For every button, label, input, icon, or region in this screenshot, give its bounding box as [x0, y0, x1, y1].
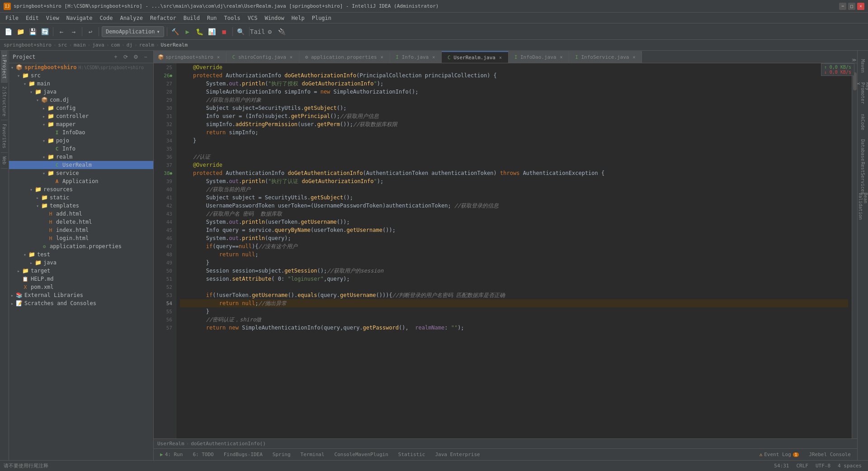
debug-button[interactable]: 🐛: [194, 26, 205, 37]
build-button[interactable]: 🔨: [170, 26, 181, 37]
menu-navigate[interactable]: Navigate: [63, 13, 96, 24]
breadcrumb-springboot[interactable]: springboot+shiro: [4, 42, 52, 48]
tree-item-static[interactable]: ▸ 📁 static: [9, 193, 153, 202]
tree-item-mapper[interactable]: ▾ 📁 mapper: [9, 120, 153, 128]
sidebar-settings-button[interactable]: ⚙: [132, 53, 140, 61]
tree-item-addhtml[interactable]: H add.html: [9, 210, 153, 218]
menu-build[interactable]: Build: [180, 13, 203, 24]
tree-item-target[interactable]: ▸ 📁 target: [9, 267, 153, 275]
sidebar-collapse-button[interactable]: −: [142, 53, 150, 61]
close-button[interactable]: ×: [857, 3, 864, 10]
tree-item-pojo[interactable]: ▾ 📁 pojo: [9, 137, 153, 145]
breadcrumb-realm[interactable]: realm: [139, 42, 154, 48]
breadcrumb-dj[interactable]: dj: [127, 42, 132, 48]
tab-infojava[interactable]: I Info.java ×: [390, 51, 442, 63]
plugins-button[interactable]: 🔌: [277, 26, 288, 37]
new-button[interactable]: 📄: [3, 26, 14, 37]
tree-item-loginhtml[interactable]: H login.html: [9, 234, 153, 242]
tree-item-appprops[interactable]: ⚙ application.properties: [9, 242, 153, 250]
tab-close-springboot[interactable]: ×: [215, 54, 222, 61]
breadcrumb-com[interactable]: com: [111, 42, 120, 48]
menu-refactor[interactable]: Refactor: [146, 13, 180, 24]
forward-button[interactable]: →: [68, 26, 79, 37]
run-config-dropdown[interactable]: DemoApplication ▾: [102, 26, 164, 37]
menu-vcs[interactable]: VCS: [244, 13, 261, 24]
panel-tab-project[interactable]: 1:Project: [1, 51, 8, 83]
tree-item-pomxml[interactable]: X pom.xml: [9, 283, 153, 291]
bottom-tab-findbugs[interactable]: FindBugs-IDEA: [219, 450, 267, 460]
bottom-tab-jrebel[interactable]: JRebel Console: [804, 450, 855, 460]
vertical-scrollbar[interactable]: [852, 63, 857, 438]
back-button[interactable]: ←: [56, 26, 67, 37]
code-content[interactable]: @Override protected AuthorizationInfo do…: [176, 63, 852, 438]
bottom-tab-statistic[interactable]: Statistic: [394, 450, 430, 460]
tab-close-userrealm[interactable]: ×: [497, 54, 504, 61]
breadcrumb-src[interactable]: src: [58, 42, 67, 48]
tree-item-root[interactable]: ▾ 📦 springboot+shiro H:\CSDN\springboot+…: [9, 63, 153, 71]
tab-userrealm[interactable]: C UserRealm.java ×: [442, 51, 509, 63]
bottom-tab-terminal[interactable]: Terminal: [296, 450, 329, 460]
menu-plugin[interactable]: Plugin: [308, 13, 335, 24]
menu-window[interactable]: Window: [261, 13, 288, 24]
tab-shiroconfig[interactable]: C shiroConfig.java ×: [226, 51, 299, 63]
menu-analyze[interactable]: Analyze: [116, 13, 146, 24]
right-tab-maven[interactable]: Maven: [859, 52, 868, 80]
bottom-tab-eventlog[interactable]: ⚠ Event Log 1: [755, 450, 804, 460]
tab-infoservice[interactable]: I InfoService.java ×: [569, 51, 642, 63]
tree-item-test-java[interactable]: ▸ 📁 java: [9, 259, 153, 267]
tree-item-java[interactable]: ▾ 📁 java: [9, 88, 153, 96]
breadcrumb-class[interactable]: UserRealm: [157, 441, 184, 447]
tab-springboot[interactable]: 📦 springboot+shiro ×: [154, 51, 226, 63]
tab-close-info[interactable]: ×: [430, 54, 437, 61]
tree-item-service[interactable]: ▾ 📁 service: [9, 169, 153, 177]
tree-item-src[interactable]: ▾ 📁 src: [9, 71, 153, 80]
status-crlf[interactable]: CRLF: [793, 461, 811, 471]
tree-item-controller[interactable]: ▸ 📁 controller: [9, 112, 153, 120]
search-everywhere-button[interactable]: 🔍: [236, 26, 246, 37]
open-button[interactable]: 📁: [15, 26, 26, 37]
tree-item-userrealm[interactable]: C UserRealm: [9, 161, 153, 169]
sidebar-sync-button[interactable]: ⟳: [122, 53, 130, 61]
panel-tab-favorites[interactable]: Favorites: [1, 120, 8, 152]
minimize-button[interactable]: −: [839, 3, 846, 10]
tab-close-infoservice[interactable]: ×: [631, 54, 637, 61]
menu-tools[interactable]: Tools: [221, 13, 244, 24]
sync-button[interactable]: 🔄: [39, 26, 50, 37]
run-with-coverage-button[interactable]: 📊: [207, 26, 217, 37]
tree-item-infodao[interactable]: I InfoDao: [9, 128, 153, 137]
menu-file[interactable]: File: [2, 13, 22, 24]
tree-item-main[interactable]: ▾ 📁 main: [9, 80, 153, 88]
bottom-tab-run[interactable]: ▶ 4: Run: [156, 450, 187, 460]
tab-appprops[interactable]: ⚙ application.properties ×: [299, 51, 390, 63]
right-tab-database[interactable]: Database: [859, 137, 868, 164]
tree-item-indexhtml[interactable]: H index.html: [9, 226, 153, 234]
tree-item-application[interactable]: A Application: [9, 177, 153, 185]
tab-infodao[interactable]: I InfoDao.java ×: [509, 51, 569, 63]
bottom-tab-consolemaven[interactable]: ConsoleMavenPlugin: [330, 450, 393, 460]
tree-item-deletehtml[interactable]: H delete.html: [9, 218, 153, 226]
right-tab-keypromoter[interactable]: Key Promoter X: [859, 80, 868, 108]
tree-item-scratches[interactable]: ▸ 📝 Scratches and Consoles: [9, 299, 153, 307]
sidebar-add-button[interactable]: +: [112, 53, 120, 61]
bottom-tab-todo[interactable]: 6: TODO: [188, 450, 218, 460]
menu-help[interactable]: Help: [288, 13, 308, 24]
save-button[interactable]: 💾: [27, 26, 38, 37]
panel-tab-web[interactable]: Web: [1, 153, 8, 169]
right-tab-restservices[interactable]: RestServices: [859, 165, 868, 192]
tree-item-resources[interactable]: ▾ 📁 resources: [9, 185, 153, 193]
maximize-button[interactable]: □: [848, 3, 855, 10]
right-tab-beanvalidation[interactable]: Bean Validation: [859, 193, 868, 220]
menu-edit[interactable]: Edit: [22, 13, 42, 24]
breadcrumb-main[interactable]: main: [74, 42, 86, 48]
tab-close-appprops[interactable]: ×: [379, 54, 385, 61]
tree-item-comdj[interactable]: ▾ 📦 com.dj: [9, 96, 153, 104]
tree-item-info[interactable]: C Info: [9, 145, 153, 153]
tab-close-infodao[interactable]: ×: [558, 54, 564, 61]
stop-button[interactable]: ■: [219, 26, 230, 37]
tail-button[interactable]: Tail: [252, 26, 263, 37]
tree-item-helpmd[interactable]: 📋 HELP.md: [9, 275, 153, 283]
tabs-overflow[interactable]: ≫: [851, 57, 857, 63]
panel-tab-structure[interactable]: 2:Structure: [1, 83, 8, 120]
tree-item-config[interactable]: ▸ 📁 config: [9, 104, 153, 112]
bottom-tab-spring[interactable]: Spring: [268, 450, 295, 460]
